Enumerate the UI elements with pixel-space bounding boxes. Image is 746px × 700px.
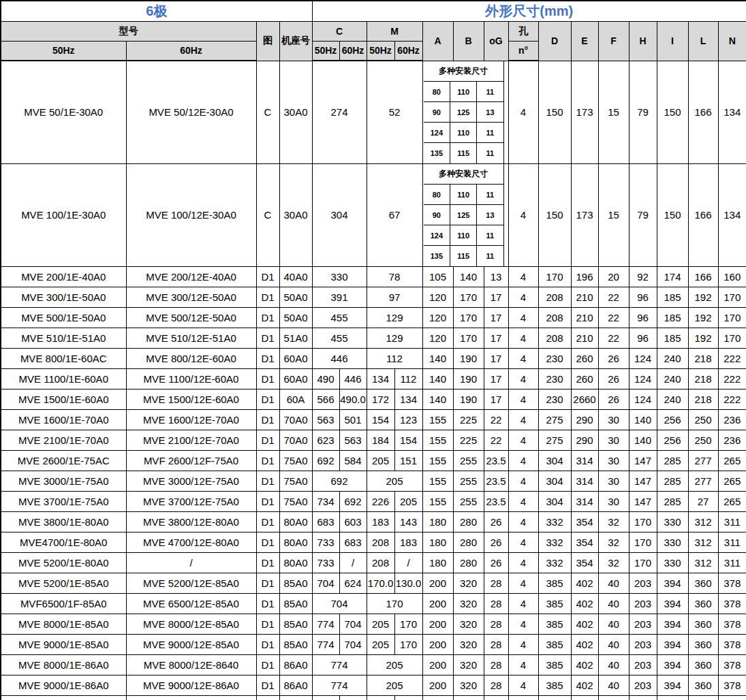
m-50hz-cell: 226 xyxy=(367,491,394,511)
c-value-cell: 304 xyxy=(312,163,367,266)
h-cell: 170 xyxy=(629,532,657,552)
l-cell: 360 xyxy=(688,634,718,654)
i-cell: 394 xyxy=(657,695,688,700)
c-50hz-cell: 733 xyxy=(312,532,339,552)
e-cell: 402 xyxy=(571,593,598,614)
figure-cell: D1 xyxy=(256,634,279,654)
e-cell: 290 xyxy=(571,430,598,450)
hole-count-cell: 4 xyxy=(508,266,538,287)
h-cell: 170 xyxy=(629,552,657,573)
table-row: MVE 510/1E-51A0MVE 510/12E-51A0D151A0455… xyxy=(1,328,746,348)
l-cell: 192 xyxy=(688,287,718,307)
figure-cell: D1 xyxy=(256,511,279,532)
i-cell: 240 xyxy=(657,389,688,409)
i-cell: 330 xyxy=(657,532,688,552)
b-cell: 255 xyxy=(453,471,484,491)
n-cell: 236 xyxy=(718,430,746,450)
model-50hz-cell: MVE 50/1E-30A0 xyxy=(1,61,126,163)
mounting-dimension-cell: 11 xyxy=(477,123,503,143)
e-cell: 196 xyxy=(571,266,598,287)
frame-size-cell: 60A xyxy=(279,389,312,409)
table-row: MVE 50/1E-30A0MVE 50/12E-30A0C30A027452多… xyxy=(1,61,746,163)
model-50hz-cell: MVE 2600/1E-75AC xyxy=(1,450,126,471)
a-cell: 140 xyxy=(422,389,453,409)
figure-cell: C xyxy=(256,61,279,163)
f-cell: 15 xyxy=(598,163,629,266)
table-row: MVE 200/1E-40A0MVE 200/12E-40A0D140A0330… xyxy=(1,266,746,287)
hole-count-cell: 4 xyxy=(508,409,538,430)
m-50hz-cell: 154 xyxy=(367,409,394,430)
hole-count-cell: 4 xyxy=(508,532,538,552)
col-d: D xyxy=(538,21,571,61)
figure-cell: D1 xyxy=(256,287,279,307)
mounting-dimension-cell: 11 xyxy=(477,225,503,246)
b-cell: 320 xyxy=(453,593,484,614)
mounting-dimensions-table: 多种安装尺寸801101190125131241101113511511 xyxy=(424,61,504,163)
n-cell: 378 xyxy=(718,593,746,614)
b-cell: 380 xyxy=(453,695,484,700)
mounting-dimension-cell: 13 xyxy=(477,102,503,123)
l-cell: 166 xyxy=(688,61,718,163)
hole-count-cell: 4 xyxy=(508,389,538,409)
og-cell: 26 xyxy=(484,511,508,532)
c-60hz-cell: 704 xyxy=(339,634,367,654)
a-cell: 120 xyxy=(422,307,453,328)
hole-count-cell: 4 xyxy=(508,430,538,450)
n-cell: 236 xyxy=(718,409,746,430)
hole-count-cell: 4 xyxy=(508,552,538,573)
figure-cell: D1 xyxy=(256,593,279,614)
hole-count-cell: 4 xyxy=(508,348,538,368)
b-cell: 255 xyxy=(453,491,484,511)
e-cell: 210 xyxy=(571,287,598,307)
f-cell: 30 xyxy=(598,491,629,511)
e-cell: 260 xyxy=(571,368,598,389)
m-value-cell: 129 xyxy=(367,328,422,348)
l-cell: 277 xyxy=(688,471,718,491)
n-cell: 265 xyxy=(718,491,746,511)
c-50hz-cell: 490 xyxy=(312,368,339,389)
model-50hz-cell: MVE 10000/1E-90A0 xyxy=(1,695,126,700)
m-value-cell: 129 xyxy=(367,307,422,328)
n-cell: 378 xyxy=(718,634,746,654)
col-m: M xyxy=(367,21,422,41)
og-cell: 39 xyxy=(484,695,508,700)
model-50hz-cell: MVE 9000/1E-85A0 xyxy=(1,634,126,654)
f-cell: 40 xyxy=(598,573,629,593)
a-cell: 140 xyxy=(422,348,453,368)
m-50hz-cell: 170.0 xyxy=(367,573,394,593)
mounting-dimension-cell: 90 xyxy=(424,205,450,225)
model-60hz-cell: MVE 1500/12E-60A0 xyxy=(126,389,256,409)
f-cell: 40 xyxy=(598,695,629,700)
frame-size-cell: 40A0 xyxy=(279,266,312,287)
mounting-dimensions-table: 多种安装尺寸801101190125131241101113511511 xyxy=(424,164,504,266)
model-50hz-cell: MVE 1600/1E-70A0 xyxy=(1,409,126,430)
mounting-dimension-row: 13511511 xyxy=(424,246,504,266)
n-cell: 378 xyxy=(718,695,746,700)
d-cell: 452 xyxy=(538,695,571,700)
col-n: N xyxy=(718,21,746,61)
l-cell: 166 xyxy=(688,266,718,287)
c-50hz-cell: 774 xyxy=(312,634,339,654)
model-60hz-cell: MVF 2600/12F-75A0 xyxy=(126,450,256,471)
f-cell: 22 xyxy=(598,328,629,348)
b-cell: 320 xyxy=(453,675,484,695)
c-50hz-cell: 566 xyxy=(312,389,339,409)
m-60hz-cell: 123 xyxy=(394,409,422,430)
h-cell: 205 xyxy=(629,695,657,700)
a-cell: 105 xyxy=(422,266,453,287)
l-cell: 360 xyxy=(688,573,718,593)
frame-size-cell: 86A0 xyxy=(279,654,312,675)
f-cell: 26 xyxy=(598,348,629,368)
l-cell: 360 xyxy=(688,614,718,634)
n-cell: 378 xyxy=(718,675,746,695)
l-cell: 218 xyxy=(688,348,718,368)
d-cell: 385 xyxy=(538,675,571,695)
figure-cell: D1 xyxy=(256,654,279,675)
hole-count-cell: 4 xyxy=(508,573,538,593)
table-row: MVE 1600/1E-70A0MVE 1600/12E-70A0D170A05… xyxy=(1,409,746,430)
i-cell: 185 xyxy=(657,307,688,328)
col-og: oG xyxy=(484,21,508,61)
col-model-60hz: 60Hz xyxy=(126,41,256,61)
c-60hz-cell: 490.0 xyxy=(339,389,367,409)
model-60hz-cell: MVE 510/12E-51A0 xyxy=(126,328,256,348)
